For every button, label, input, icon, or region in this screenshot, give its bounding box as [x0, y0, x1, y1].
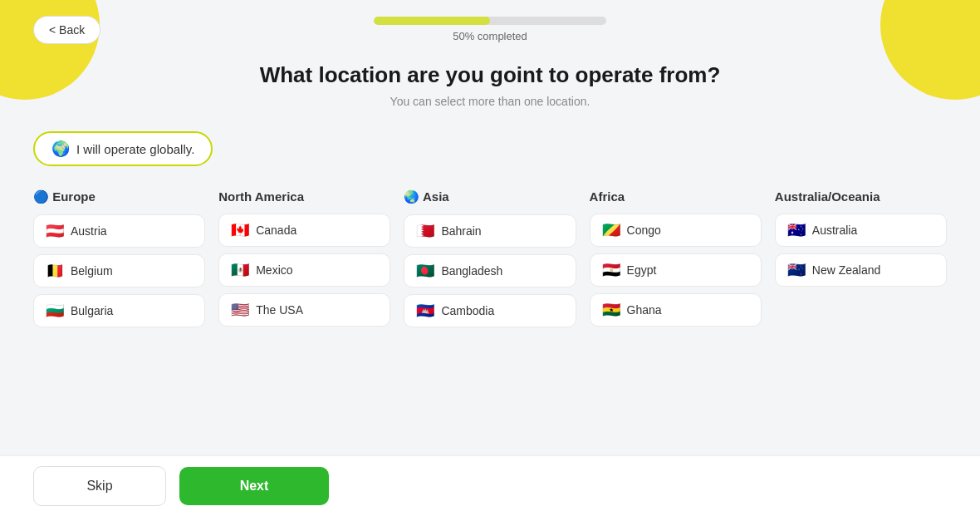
column-north-america: North America🇨🇦Canada🇲🇽Mexico🇺🇸The USA — [218, 189, 390, 334]
country-item-australia[interactable]: 🇦🇺Australia — [775, 214, 947, 247]
column-asia: 🌏 Asia🇧🇭Bahrain🇧🇩Bangladesh🇰🇭Cambodia — [404, 189, 576, 334]
progress-bar-fill — [374, 17, 490, 25]
country-item-cambodia[interactable]: 🇰🇭Cambodia — [404, 294, 576, 327]
progress-area: 50% completed — [374, 17, 606, 42]
country-item-bahrain[interactable]: 🇧🇭Bahrain — [404, 214, 576, 248]
country-label-austria: Austria — [71, 224, 107, 238]
flag-icon-bulgaria: 🇧🇬 — [46, 303, 64, 318]
flag-icon-bahrain: 🇧🇭 — [416, 224, 434, 238]
country-label-canada: Canada — [256, 224, 296, 237]
flag-icon-the-usa: 🇺🇸 — [231, 302, 249, 317]
country-label-cambodia: Cambodia — [441, 304, 494, 317]
flag-icon-australia: 🇦🇺 — [787, 223, 806, 238]
country-label-australia: Australia — [812, 224, 857, 237]
column-europe: 🔵 Europe🇦🇹Austria🇧🇪Belgium🇧🇬Bulgaria — [33, 189, 205, 334]
flag-icon-ghana: 🇬🇭 — [602, 302, 620, 317]
country-label-bahrain: Bahrain — [441, 224, 481, 238]
subtitle: You can select more than one location. — [33, 95, 947, 108]
country-item-belgium[interactable]: 🇧🇪Belgium — [33, 254, 205, 287]
country-label-egypt: Egypt — [627, 263, 657, 277]
global-icon: 🌍 — [51, 141, 70, 156]
flag-icon-congo: 🇨🇬 — [602, 223, 620, 238]
flag-icon-cambodia: 🇰🇭 — [416, 303, 434, 318]
country-item-the-usa[interactable]: 🇺🇸The USA — [218, 293, 390, 327]
country-label-the-usa: The USA — [256, 303, 303, 317]
flag-icon-canada: 🇨🇦 — [231, 223, 249, 238]
country-item-bangladesh[interactable]: 🇧🇩Bangladesh — [404, 254, 576, 287]
columns-grid: 🔵 Europe🇦🇹Austria🇧🇪Belgium🇧🇬BulgariaNort… — [33, 189, 947, 334]
country-label-bulgaria: Bulgaria — [71, 304, 113, 317]
bottom-bar: Skip Next — [0, 455, 980, 516]
country-label-congo: Congo — [627, 224, 661, 237]
column-header-europe: 🔵 Europe — [33, 189, 205, 204]
skip-button[interactable]: Skip — [33, 466, 166, 506]
flag-icon-mexico: 🇲🇽 — [231, 263, 249, 278]
global-option-label: I will operate globally. — [76, 142, 194, 156]
country-item-ghana[interactable]: 🇬🇭Ghana — [590, 293, 762, 327]
header-row: < Back 50% completed — [33, 17, 947, 42]
progress-label: 50% completed — [453, 30, 527, 42]
country-item-congo[interactable]: 🇨🇬Congo — [590, 214, 762, 247]
country-item-mexico[interactable]: 🇲🇽Mexico — [218, 253, 390, 287]
next-button[interactable]: Next — [179, 467, 329, 505]
flag-icon-egypt: 🇪🇬 — [602, 263, 620, 278]
country-label-bangladesh: Bangladesh — [441, 264, 502, 278]
country-item-bulgaria[interactable]: 🇧🇬Bulgaria — [33, 294, 205, 327]
column-header-africa: Africa — [590, 189, 762, 204]
flag-icon-belgium: 🇧🇪 — [46, 263, 64, 278]
column-header-asia: 🌏 Asia — [404, 189, 576, 204]
global-option-area: 🌍 I will operate globally. — [33, 131, 947, 166]
country-item-canada[interactable]: 🇨🇦Canada — [218, 214, 390, 247]
country-item-new-zealand[interactable]: 🇳🇿New Zealand — [775, 253, 947, 287]
country-label-mexico: Mexico — [256, 263, 292, 277]
country-item-austria[interactable]: 🇦🇹Austria — [33, 214, 205, 248]
column-header-australia-oceania: Australia/Oceania — [775, 189, 947, 204]
flag-icon-new-zealand: 🇳🇿 — [787, 263, 806, 278]
title-section: What location are you goint to operate f… — [33, 62, 947, 108]
back-button[interactable]: < Back — [33, 16, 100, 44]
country-item-egypt[interactable]: 🇪🇬Egypt — [590, 253, 762, 287]
flag-icon-bangladesh: 🇧🇩 — [416, 263, 434, 278]
country-label-ghana: Ghana — [627, 303, 662, 317]
column-africa: Africa🇨🇬Congo🇪🇬Egypt🇬🇭Ghana — [590, 189, 762, 334]
column-australia-oceania: Australia/Oceania🇦🇺Australia🇳🇿New Zealan… — [775, 189, 947, 334]
flag-icon-austria: 🇦🇹 — [46, 224, 64, 238]
country-label-new-zealand: New Zealand — [812, 263, 881, 277]
progress-bar-container — [374, 17, 606, 25]
column-header-north-america: North America — [218, 189, 390, 204]
main-title: What location are you goint to operate f… — [33, 62, 947, 88]
country-label-belgium: Belgium — [71, 264, 113, 278]
global-option-button[interactable]: 🌍 I will operate globally. — [33, 131, 213, 166]
